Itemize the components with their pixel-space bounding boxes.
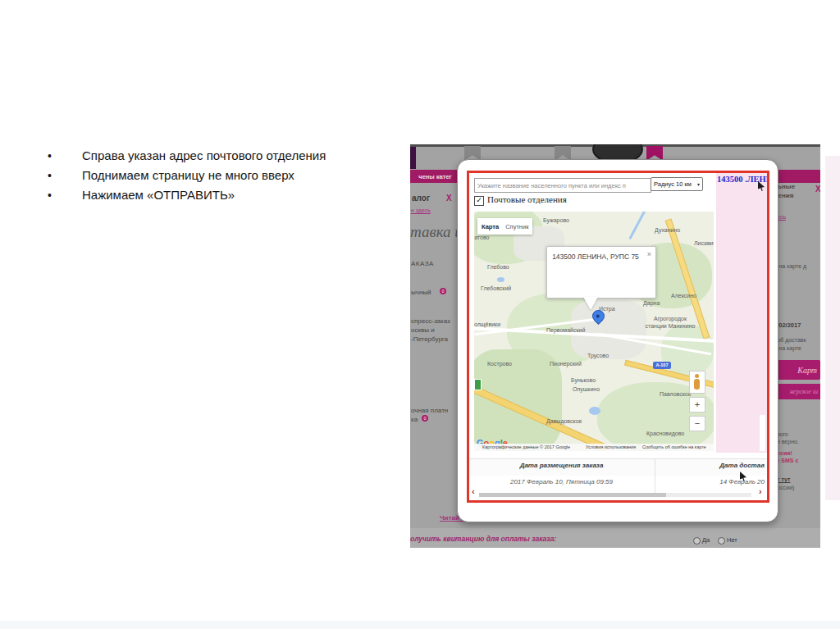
scrollbar-thumb[interactable] <box>479 493 666 497</box>
map-label: Пионерский <box>550 361 582 367</box>
radio-no-label: Нет <box>727 536 737 544</box>
radio-yes-label: Да <box>702 536 710 544</box>
result-panel-title: 143500 .ЛЕНИ <box>717 175 769 184</box>
receipt-question: олучить квитанцию для оплаты заказа: <box>410 535 556 543</box>
chevron-down-icon: ▾ <box>697 181 700 187</box>
catalog-label: алог <box>412 194 430 203</box>
map-label: Давыдовское <box>546 418 582 424</box>
cell-order-date: 2017 Февраль 10, Пятница 09:59 <box>469 478 654 485</box>
section-heading: тавка и <box>410 223 463 241</box>
map-type-control: Карта Спутник <box>477 218 532 235</box>
map-label: Лисавин <box>694 240 714 246</box>
delivery-option-urgent-1: очная платн <box>411 407 448 414</box>
radio-no[interactable] <box>718 537 725 545</box>
delivery-option-express-3: -Петербурга <box>411 335 448 343</box>
map-label: татово <box>474 235 489 240</box>
map-info-window: 143500 ЛЕНИНА, РУПС 75 × <box>546 246 656 299</box>
map-type-satellite-button[interactable]: Спутник <box>505 223 528 230</box>
zoom-in-button[interactable]: + <box>689 397 705 412</box>
bottom-strip <box>0 621 840 629</box>
delivery-option-express-1: спресс-заказ <box>411 317 450 325</box>
map-label: Красновидово <box>646 431 684 436</box>
map-label: Опушкино <box>573 386 600 392</box>
search-input[interactable] <box>474 178 651 193</box>
scroll-right-arrow[interactable]: › <box>759 487 762 495</box>
radius-select-value: Радиус 10 км <box>654 180 692 188</box>
website-screenshot: чены катег алог X н здесь тавка и АКАЗА … <box>410 144 820 548</box>
map-label: Первомайский <box>546 327 585 333</box>
bullet-icon <box>48 188 82 202</box>
delivery-option-urgent-2: ка <box>411 416 418 423</box>
instruction-text: Поднимаем страницу не много вверх <box>82 168 294 182</box>
scroll-left-arrow[interactable]: ‹ <box>472 487 475 495</box>
bullet-icon <box>48 148 82 162</box>
close-icon[interactable]: X <box>815 185 820 194</box>
list-item: Поднимаем страницу не много вверх <box>48 168 392 188</box>
column-divider <box>655 458 655 493</box>
map-label: Глебово <box>487 264 509 270</box>
info-window-title: 143500 ЛЕНИНА, РУПС 75 <box>547 253 644 261</box>
map-label: Павловское <box>660 391 692 397</box>
list-item: Справа указан адрес почтового отделения <box>48 148 392 168</box>
category-bar-label: чены катег <box>418 173 451 180</box>
map-label: Трусово <box>587 353 609 358</box>
map-label: Дарна <box>643 300 660 306</box>
map-type-map-button[interactable]: Карта <box>482 223 499 230</box>
road-badge: А-107 <box>653 362 671 369</box>
delivery-option-express-2: осквы и <box>411 326 435 334</box>
instruction-text: Справа указан адрес почтового отделения <box>82 148 326 162</box>
info-badge: 0 <box>440 288 446 294</box>
nav-block <box>410 147 416 169</box>
map-label: Бужарово <box>543 217 569 223</box>
column-header-order-date: Дата размещения заказа <box>469 462 654 469</box>
here-link[interactable]: н здесь <box>411 207 431 213</box>
map-label: Агрогородок станции Манихино <box>643 315 697 330</box>
post-office-modal: Радиус 10 км ▾ ✓ Почтовые отделения 1435… <box>457 159 778 522</box>
column-header-delivery-date: Дата достав <box>656 462 765 469</box>
terms-link[interactable]: Условия использования <box>586 444 636 449</box>
post-offices-checkbox-label: Почтовые отделения <box>487 194 567 204</box>
radius-select[interactable]: Радиус 10 км ▾ <box>651 177 703 191</box>
info-badge: 0 <box>422 415 428 422</box>
pink-strip-banner: нерское ш <box>771 384 820 399</box>
order-label: АКАЗА <box>411 260 434 267</box>
result-panel: 143500 .ЛЕНИ <box>716 173 767 453</box>
map-label: Духанино <box>655 227 680 233</box>
panel-scrollbar[interactable] <box>760 415 765 451</box>
map-button[interactable]: Карт <box>775 360 820 380</box>
category-bar-left: чены катег <box>410 170 460 183</box>
highlight-red-box: Радиус 10 км ▾ ✓ Почтовые отделения 1435… <box>467 171 769 503</box>
close-icon[interactable]: X <box>446 194 452 203</box>
map-label: Кострово <box>487 361 512 367</box>
map-label: Глебовский <box>481 285 511 291</box>
pegman-icon[interactable] <box>689 371 705 394</box>
close-icon[interactable]: × <box>647 250 651 258</box>
pink-strip-label: нерское ш <box>790 388 818 395</box>
attribution-text: Картографические данные © 2017 Google <box>482 444 570 449</box>
map-button-label: Карт <box>797 366 817 375</box>
instruction-list: Справа указан адрес почтового отделения … <box>48 148 392 207</box>
page-edge-tint <box>825 156 840 500</box>
map-label: Алексино <box>671 293 696 299</box>
cell-delivery-date: 14 Февраль 20 <box>656 478 765 485</box>
report-error-link[interactable]: Сообщить об ошибке на карте <box>642 444 706 449</box>
map-label: Буньково <box>571 377 596 383</box>
google-map[interactable]: татово Бужарово Духанино Лисавин Глебово… <box>474 212 714 451</box>
delivery-option-usual: ычный <box>411 289 431 296</box>
road-sign-icon <box>474 379 482 390</box>
zoom-out-button[interactable]: − <box>689 416 705 431</box>
instruction-text: Нажимаем «ОТПРАВИТЬ» <box>82 188 235 202</box>
info-window-tail <box>583 297 598 317</box>
list-item: Нажимаем «ОТПРАВИТЬ» <box>48 188 392 207</box>
radio-yes[interactable] <box>693 537 701 545</box>
bullet-icon <box>48 168 82 182</box>
map-label: олщёвики <box>474 321 500 327</box>
post-offices-checkbox[interactable]: ✓ <box>474 196 484 206</box>
map-attribution-bar: Картографические данные © 2017 Google Ус… <box>474 444 714 451</box>
